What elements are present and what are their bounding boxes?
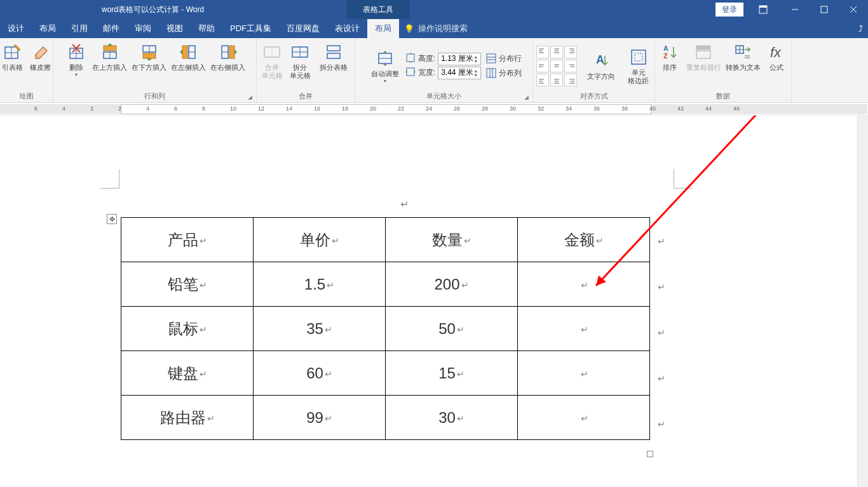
ruler-tick: 34 [566,105,572,112]
alignment-grid [536,46,577,86]
convert-to-text-button[interactable]: 转换为文本 [724,41,762,73]
tell-me-search[interactable]: 💡 操作说明搜索 [399,23,473,34]
split-cells-button[interactable]: 拆分 单元格 [287,41,313,81]
distribute-columns-button[interactable]: 分布列 [486,68,522,79]
table-cell[interactable]: ↵ [518,307,650,351]
vertical-scrollbar[interactable] [857,116,868,487]
contextual-tab-label: 表格工具 [346,0,410,19]
merge-cells-button: 合并 单元格 [259,41,285,81]
group-cell-size: 自动调整 ▾ 高度: 1.13 厘米▲▼ 宽度: 3.44 厘米▲▼ 分布行 分… [355,38,533,102]
align-middle-left[interactable] [536,60,549,72]
formula-icon: fx [766,42,787,62]
title-bar: word表格可以公式计算 - Word 表格工具 登录 [0,0,868,19]
table-cell[interactable]: 15↵ [386,351,518,396]
ribbon-tabs: 设计 布局 引用 邮件 审阅 视图 帮助 PDF工具集 百度网盘 表设计 布局 … [0,19,868,38]
ribbon-display-options-icon[interactable] [749,0,778,19]
tab-design[interactable]: 设计 [0,19,32,38]
align-middle-right[interactable] [564,60,577,72]
tab-help[interactable]: 帮助 [191,19,222,38]
table-cell[interactable]: 路由器↵ [121,396,254,440]
sort-button[interactable]: AZ 排序 [656,41,683,73]
chevron-down-icon: ▾ [384,78,386,84]
insert-above-button[interactable]: 在上方插入 [91,41,129,73]
group-alignment: A 文字方向 单元 格边距 对齐方式 [533,38,655,102]
draw-table-button[interactable]: 引表格 [0,41,26,73]
text-direction-icon: A [591,51,611,71]
table-cell[interactable]: 35↵ [254,307,386,351]
ruler-tick: 8 [202,105,205,112]
align-top-left[interactable] [536,46,549,58]
dialog-launcher-icon[interactable]: ◢ [524,94,531,100]
tab-references[interactable]: 引用 [64,19,95,38]
table-cell[interactable]: 50↵ [386,307,518,351]
width-input[interactable]: 3.44 厘米▲▼ [438,67,481,79]
table-cell[interactable]: 60↵ [254,351,386,396]
tab-layout[interactable]: 布局 [32,19,64,38]
table-cell[interactable]: 键盘↵ [121,351,254,396]
document-area[interactable]: ↵ ✥ 产品↵ 单价↵ 数量↵ 金额↵ 铅笔↵ 1.5↵ 200↵ ↵ 鼠标↵ … [0,116,868,487]
data-table[interactable]: 产品↵ 单价↵ 数量↵ 金额↵ 铅笔↵ 1.5↵ 200↵ ↵ 鼠标↵ 35↵ … [121,217,650,440]
spinner-icon[interactable]: ▲▼ [473,55,478,63]
ruler-tick: 4 [146,105,149,112]
table-header-cell[interactable]: 金额↵ [518,218,650,262]
svg-rect-19 [143,53,156,58]
tab-baidu[interactable]: 百度网盘 [279,19,327,38]
table-cell[interactable]: 200↵ [386,262,518,307]
align-top-center[interactable] [550,46,563,58]
split-table-button[interactable]: 拆分表格 [315,41,353,73]
tab-table-layout[interactable]: 布局 [367,19,399,38]
tab-mailings[interactable]: 邮件 [95,19,127,38]
table-move-handle[interactable]: ✥ [107,214,117,224]
insert-left-button[interactable]: 在左侧插入 [170,41,208,73]
insert-below-button[interactable]: 在下方插入 [130,41,168,73]
eraser-button[interactable]: 橡皮擦 [27,41,54,73]
table-cell[interactable]: ↵ [518,396,650,440]
repeat-header-button: 重复标题行 [684,41,722,73]
table-cell[interactable]: 30↵ [386,396,518,440]
tab-table-design[interactable]: 表设计 [327,19,367,38]
login-button[interactable]: 登录 [715,3,743,17]
distribute-rows-button[interactable]: 分布行 [486,53,522,64]
table-header-cell[interactable]: 单价↵ [254,218,386,262]
table-row: 产品↵ 单价↵ 数量↵ 金额↵ [121,218,650,262]
horizontal-ruler[interactable]: 2468101214161820222426283032343638404244… [0,103,868,116]
share-icon[interactable]: ⤴ [858,23,863,34]
table-cell[interactable]: 1.5↵ [254,262,386,307]
align-middle-center[interactable] [550,60,563,72]
align-bottom-right[interactable] [564,74,577,86]
tab-pdf-tools[interactable]: PDF工具集 [222,19,279,38]
tab-view[interactable]: 视图 [159,19,191,38]
table-resize-handle[interactable] [647,451,653,457]
dialog-launcher-icon[interactable]: ◢ [248,94,254,100]
group-label-draw: 绘图 [20,91,34,101]
table-header-cell[interactable]: 产品↵ [121,218,254,262]
table-row: 路由器↵ 99↵ 30↵ ↵ [121,396,650,440]
text-direction-button[interactable]: A 文字方向 [582,50,620,82]
table-cell[interactable]: 铅笔↵ [121,262,254,307]
table-cell[interactable]: 99↵ [254,396,386,440]
tab-review[interactable]: 审阅 [127,19,159,38]
maximize-button[interactable] [810,0,839,19]
align-top-right[interactable] [564,46,577,58]
table-cell[interactable]: ↵ [518,351,650,396]
align-bottom-center[interactable] [550,74,563,86]
autofit-icon [375,48,395,69]
margin-corner-tl [100,170,119,189]
height-input[interactable]: 1.13 厘米▲▼ [438,53,481,65]
table-cell[interactable]: 鼠标↵ [121,307,254,351]
table-header-cell[interactable]: 数量↵ [386,218,518,262]
delete-button[interactable]: 删除 ▾ [63,41,90,79]
align-bottom-left[interactable] [536,74,549,86]
ruler-tick: 2 [118,105,121,112]
formula-button[interactable]: fx 公式 [763,41,790,73]
autofit-button[interactable]: 自动调整 ▾ [366,47,404,85]
svg-rect-22 [182,46,187,58]
table-cell-active[interactable]: ↵ [518,262,650,307]
cell-margins-button[interactable]: 单元 格边距 [625,46,652,86]
ruler-tick: 28 [482,105,488,112]
close-button[interactable] [839,0,868,19]
spinner-icon[interactable]: ▲▼ [473,69,478,77]
ruler-tick: 22 [398,105,404,112]
minimize-button[interactable] [780,0,810,19]
insert-right-button[interactable]: 在右侧插入 [209,41,247,73]
